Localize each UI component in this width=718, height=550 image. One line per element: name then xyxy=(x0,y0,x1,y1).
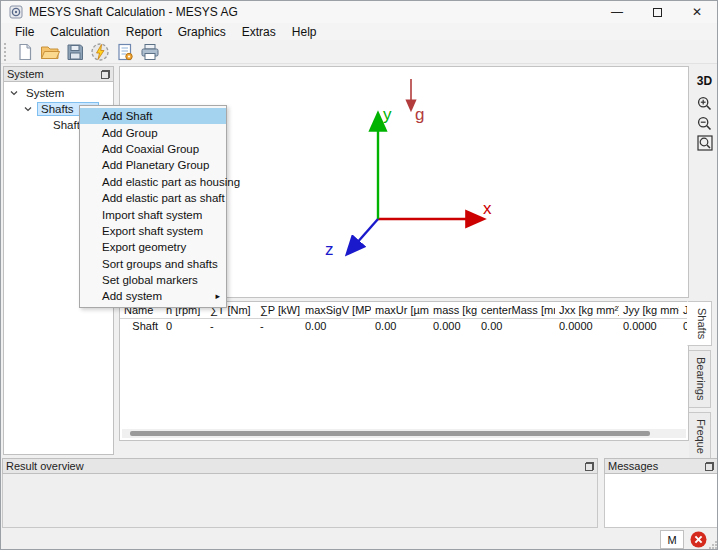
zoom-in-icon xyxy=(697,96,712,111)
error-status-icon[interactable] xyxy=(690,531,707,548)
tab-bearings[interactable]: Bearings xyxy=(689,350,711,407)
tab-shafts[interactable]: Shafts xyxy=(687,301,712,346)
app-window: MESYS Shaft Calculation - MESYS AG — ✕ F… xyxy=(0,0,718,550)
report-button[interactable] xyxy=(113,41,137,63)
menu-bar: File Calculation Report Graphics Extras … xyxy=(1,23,717,40)
menu-report[interactable]: Report xyxy=(118,24,170,40)
col-maxur[interactable]: maxUr [µm] xyxy=(371,302,429,319)
float-panel-icon[interactable] xyxy=(101,70,110,79)
cell-jyy[interactable]: 0.0000 xyxy=(619,319,679,334)
system-panel-title: System xyxy=(7,68,101,80)
col-jyy[interactable]: Jyy [kg mm²] xyxy=(619,302,679,319)
menu-item-set-global-markers[interactable]: Set global markers xyxy=(80,272,226,288)
menu-item-sort-groups[interactable]: Sort groups and shafts xyxy=(80,256,226,272)
menu-item-export-geometry[interactable]: Export geometry xyxy=(80,239,226,255)
save-icon xyxy=(66,43,84,61)
chevron-down-icon[interactable] xyxy=(24,105,32,113)
tree-item-system[interactable]: System xyxy=(4,85,113,101)
menu-item-add-group[interactable]: Add Group xyxy=(80,124,226,140)
menu-file[interactable]: File xyxy=(7,24,42,40)
toolbar-grip[interactable] xyxy=(4,43,9,61)
tree-item-label[interactable]: System xyxy=(23,87,67,99)
menu-item-add-system[interactable]: Add system ▸ xyxy=(80,288,226,304)
menu-item-add-planetary-group[interactable]: Add Planetary Group xyxy=(80,157,226,173)
messages-content xyxy=(604,474,718,528)
cell-maxur[interactable]: 0.00 xyxy=(371,319,429,334)
zoom-in-button[interactable] xyxy=(696,94,714,112)
z-axis xyxy=(348,219,378,253)
cell-n[interactable]: 0 xyxy=(162,319,206,334)
minimize-button[interactable]: — xyxy=(597,1,637,23)
cell-centermass[interactable]: 0.00 xyxy=(477,319,555,334)
result-overview-header: Result overview xyxy=(2,458,598,474)
horizontal-scrollbar[interactable] xyxy=(122,429,686,438)
main-toolbar xyxy=(1,40,717,64)
menu-item-label: Add system xyxy=(102,290,162,302)
maximize-icon xyxy=(653,8,662,17)
messages-panel: Messages xyxy=(604,458,718,528)
window-title: MESYS Shaft Calculation - MESYS AG xyxy=(29,5,238,19)
messages-header: Messages xyxy=(604,458,718,474)
cell-name[interactable]: Shaft xyxy=(120,319,162,334)
zoom-out-button[interactable] xyxy=(696,114,714,132)
shafts-table-panel: Name n [rpm] ∑T [Nm] ∑P [kW] maxSigV [MP… xyxy=(119,301,689,441)
table-row[interactable]: Shaft 0 - - 0.00 0.00 0.000 0.00 0.0000 … xyxy=(120,319,689,334)
y-axis-label: y xyxy=(383,105,392,124)
context-menu: Add Shaft Add Group Add Coaxial Group Ad… xyxy=(79,105,227,308)
menu-item-add-elastic-housing[interactable]: Add elastic part as housing xyxy=(80,174,226,190)
x-axis-label: x xyxy=(483,199,492,218)
menu-item-add-elastic-shaft[interactable]: Add elastic part as shaft xyxy=(80,190,226,206)
result-overview-panel: Result overview xyxy=(2,458,598,528)
float-panel-icon[interactable] xyxy=(705,462,714,471)
calculate-button[interactable] xyxy=(88,41,112,63)
cell-mass[interactable]: 0.000 xyxy=(429,319,477,334)
tree-item-label[interactable]: Shaft xyxy=(50,119,83,131)
menu-item-add-coaxial-group[interactable]: Add Coaxial Group xyxy=(80,141,226,157)
menu-calculation[interactable]: Calculation xyxy=(42,24,117,40)
print-icon xyxy=(140,43,160,61)
report-icon xyxy=(116,43,134,61)
workspace: System System Shafts Shaft xyxy=(1,64,718,528)
status-bar: M xyxy=(1,528,718,550)
cell-jxx[interactable]: 0.0000 xyxy=(555,319,619,334)
app-icon xyxy=(9,5,23,19)
col-maxsigv[interactable]: maxSigV [MPa] xyxy=(301,302,371,319)
zoom-fit-button[interactable] xyxy=(696,134,714,152)
maximize-button[interactable] xyxy=(637,1,677,23)
scrollbar-thumb[interactable] xyxy=(130,431,650,436)
cell-maxsigv[interactable]: 0.00 xyxy=(301,319,371,334)
messages-title: Messages xyxy=(608,460,705,472)
col-centermass[interactable]: centerMass [mm] xyxy=(477,302,555,319)
menu-item-import-shaft-system[interactable]: Import shaft system xyxy=(80,206,226,222)
menu-extras[interactable]: Extras xyxy=(234,24,284,40)
gravity-label: g xyxy=(415,105,424,124)
menu-graphics[interactable]: Graphics xyxy=(170,24,234,40)
close-button[interactable]: ✕ xyxy=(677,1,717,23)
tab-frequencies[interactable]: Freque xyxy=(689,412,711,461)
marker-toggle-button[interactable]: M xyxy=(660,530,684,549)
new-file-icon xyxy=(16,43,34,61)
menu-help[interactable]: Help xyxy=(284,24,325,40)
result-overview-title: Result overview xyxy=(6,460,585,472)
chevron-down-icon[interactable] xyxy=(10,89,18,97)
col-jxx[interactable]: Jxx [kg mm²] xyxy=(555,302,619,319)
float-panel-icon[interactable] xyxy=(585,462,594,471)
col-mass[interactable]: mass [kg] xyxy=(429,302,477,319)
cell-sum-t[interactable]: - xyxy=(206,319,256,334)
resize-grip[interactable] xyxy=(707,539,718,550)
cell-sum-p[interactable]: - xyxy=(256,319,301,334)
save-button[interactable] xyxy=(63,41,87,63)
col-sum-p[interactable]: ∑P [kW] xyxy=(256,302,301,319)
submenu-arrow-icon: ▸ xyxy=(215,291,220,301)
result-overview-content xyxy=(2,474,598,528)
calculate-icon xyxy=(90,42,110,62)
open-file-button[interactable] xyxy=(38,41,62,63)
zoom-fit-icon xyxy=(697,135,713,151)
menu-item-add-shaft[interactable]: Add Shaft xyxy=(80,108,226,124)
new-file-button[interactable] xyxy=(13,41,37,63)
open-file-icon xyxy=(40,43,60,61)
menu-item-export-shaft-system[interactable]: Export shaft system xyxy=(80,223,226,239)
print-button[interactable] xyxy=(138,41,162,63)
z-axis-label: z xyxy=(325,240,334,259)
3d-view-button[interactable]: 3D xyxy=(697,74,712,88)
